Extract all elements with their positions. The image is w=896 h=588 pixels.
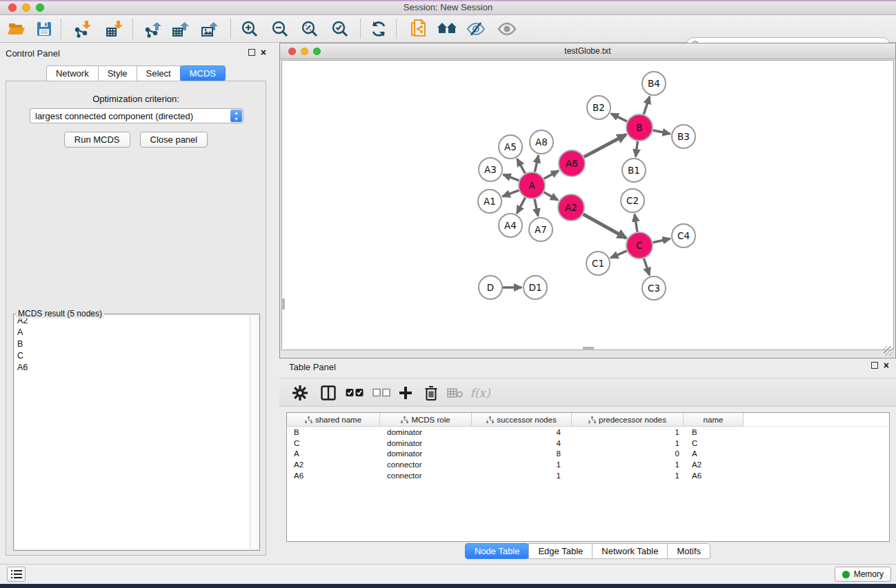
resize-grip-icon[interactable] <box>884 346 893 356</box>
run-mcds-button[interactable]: Run MCDS <box>64 132 130 148</box>
horizontal-scroll-mark[interactable] <box>583 347 594 350</box>
tab-network-table[interactable]: Network Table <box>592 543 668 559</box>
save-session-icon[interactable] <box>33 19 55 39</box>
tab-edge-table[interactable]: Edge Table <box>528 543 593 559</box>
zoom-selected-icon[interactable] <box>329 19 351 39</box>
graph-edge-C-C3[interactable] <box>644 258 649 275</box>
graph-edge-A-A8[interactable] <box>535 156 538 172</box>
zoom-fit-icon[interactable] <box>299 19 321 39</box>
table-row[interactable]: A6connector11A6 <box>287 470 889 481</box>
refresh-layout-icon[interactable] <box>368 19 390 39</box>
mcds-result-list[interactable]: A2ABCA6 <box>14 315 259 549</box>
delete-column-trash-icon[interactable] <box>421 383 441 403</box>
mcds-result-item[interactable]: B <box>14 338 259 350</box>
export-network-icon[interactable] <box>142 19 164 39</box>
network-canvas[interactable]: B4B2BB3A8A5A6A3B1AA1C2A2A4A7C4CC1C3DD1 <box>281 60 894 350</box>
import-table-icon[interactable] <box>103 19 126 39</box>
export-table-icon[interactable] <box>170 19 192 39</box>
graph-edge-A-A1[interactable] <box>503 190 519 196</box>
zoom-in-icon[interactable] <box>239 19 261 39</box>
column-header-successor-nodes[interactable]: successor nodes <box>472 413 572 427</box>
graph-node-C2[interactable]: C2 <box>621 189 644 212</box>
close-panel-icon[interactable]: × <box>261 49 266 56</box>
delete-table-icon[interactable] <box>445 383 466 403</box>
column-header-shared-name[interactable]: shared name <box>287 413 380 427</box>
graph-node-B2[interactable]: B2 <box>587 96 610 119</box>
graph-node-C1[interactable]: C1 <box>586 252 610 275</box>
select-all-checkboxes-icon[interactable] <box>344 383 365 403</box>
tab-mcds[interactable]: MCDS <box>180 65 226 81</box>
graph-node-A3[interactable]: A3 <box>479 158 502 181</box>
function-builder-icon[interactable]: f(x) <box>470 383 490 403</box>
graph-node-A4[interactable]: A4 <box>499 214 522 237</box>
graph-edge-C-C4[interactable] <box>653 239 670 242</box>
float-table-panel-icon[interactable] <box>871 362 878 369</box>
show-all-eye-icon[interactable] <box>496 19 518 39</box>
graph-node-B3[interactable]: B3 <box>672 125 695 148</box>
tab-network[interactable]: Network <box>46 65 99 81</box>
mcds-result-item[interactable]: A6 <box>14 362 259 374</box>
graph-node-C[interactable]: C <box>626 232 653 258</box>
hide-selected-eye-icon[interactable] <box>465 19 487 39</box>
table-row[interactable]: Cdominator41C <box>287 438 889 449</box>
graph-node-D1[interactable]: D1 <box>524 276 547 299</box>
graph-node-A7[interactable]: A7 <box>529 218 552 241</box>
task-history-button[interactable] <box>7 567 26 582</box>
open-session-icon[interactable] <box>6 19 28 39</box>
network-graph[interactable]: B4B2BB3A8A5A6A3B1AA1C2A2A4A7C4CC1C3DD1 <box>282 61 895 351</box>
graph-edge-A-A5[interactable] <box>517 159 526 173</box>
graph-edge-B-B1[interactable] <box>636 141 638 156</box>
column-view-icon[interactable] <box>318 383 339 403</box>
new-network-from-selection-icon[interactable] <box>407 19 429 39</box>
float-panel-icon[interactable] <box>248 49 255 56</box>
table-row[interactable]: A2connector11A2 <box>287 459 889 470</box>
graph-node-A5[interactable]: A5 <box>499 135 522 159</box>
tab-node-table[interactable]: Node Table <box>465 543 530 559</box>
column-header-name[interactable]: name <box>684 413 744 427</box>
graph-node-A2[interactable]: A2 <box>558 194 584 221</box>
export-image-icon[interactable] <box>199 19 221 39</box>
column-header-MCDS-role[interactable]: MCDS role <box>380 413 472 427</box>
mcds-result-item[interactable]: C <box>14 350 259 362</box>
graph-node-C4[interactable]: C4 <box>672 224 695 247</box>
graph-node-D[interactable]: D <box>479 276 502 299</box>
graph-edge-B-B4[interactable] <box>644 97 650 114</box>
tab-motifs[interactable]: Motifs <box>667 543 710 559</box>
vertical-scroll-mark[interactable] <box>281 298 285 310</box>
graph-edge-A-A7[interactable] <box>535 199 538 216</box>
graph-edge-A6-B[interactable] <box>584 134 626 156</box>
deselect-all-checkboxes-icon[interactable] <box>371 383 392 403</box>
import-network-icon[interactable] <box>72 19 94 39</box>
settings-gear-icon[interactable] <box>290 383 310 403</box>
graph-edge-B-B3[interactable] <box>653 130 670 134</box>
graph-edge-C-C2[interactable] <box>635 214 637 232</box>
close-panel-button[interactable]: Close panel <box>140 132 208 148</box>
graph-edge-B-B2[interactable] <box>611 114 627 121</box>
column-header-predecessor-nodes[interactable]: predecessor nodes <box>572 413 684 427</box>
graph-edge-A-A6[interactable] <box>544 171 559 179</box>
home-icon[interactable] <box>436 19 458 39</box>
memory-button[interactable]: Memory <box>835 567 891 582</box>
graph-edge-C-C1[interactable] <box>610 251 626 258</box>
graph-node-A1[interactable]: A1 <box>478 190 501 213</box>
add-column-icon[interactable] <box>395 383 416 403</box>
graph-edge-A-A2[interactable] <box>544 192 557 200</box>
zoom-out-icon[interactable] <box>269 19 291 39</box>
graph-node-B4[interactable]: B4 <box>642 72 666 95</box>
graph-node-A[interactable]: A <box>519 172 545 199</box>
table-row[interactable]: Adominator80A <box>287 449 889 460</box>
graph-node-A8[interactable]: A8 <box>530 130 553 154</box>
graph-edge-A-A3[interactable] <box>504 174 519 181</box>
graph-node-C3[interactable]: C3 <box>642 276 666 300</box>
graph-node-B[interactable]: B <box>626 114 653 141</box>
tab-select[interactable]: Select <box>137 65 181 81</box>
graph-node-B1[interactable]: B1 <box>622 159 646 182</box>
mcds-result-item[interactable]: A <box>14 327 259 338</box>
tab-style[interactable]: Style <box>98 65 137 81</box>
graph-node-A6[interactable]: A6 <box>559 150 585 176</box>
table-row[interactable]: Bdominator41B <box>287 427 889 438</box>
graph-edge-A-A4[interactable] <box>517 198 525 214</box>
mcds-list-scrollbar[interactable] <box>250 315 259 549</box>
criterion-select[interactable]: largest connected component (directed) ▲… <box>30 108 243 123</box>
close-table-panel-icon[interactable]: × <box>884 362 889 369</box>
